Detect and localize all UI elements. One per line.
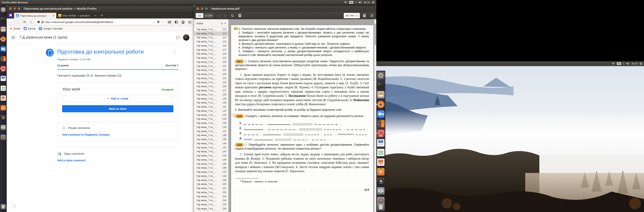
software-icon[interactable]: [0, 105, 6, 111]
new-tab-button[interactable]: +: [98, 13, 106, 19]
index-row[interactable]: Укр мова_7 кл_…128: [194, 93, 228, 97]
index-row[interactable]: Укр мова_7 кл_…115: [194, 40, 228, 44]
trash-icon[interactable]: [0, 204, 6, 209]
index-row[interactable]: Укр мова_7 кл_…143: [194, 154, 228, 158]
index-row[interactable]: Укр мова_7 кл_…125: [194, 81, 228, 85]
impress-icon[interactable]: [377, 158, 384, 166]
forward-button[interactable]: →: [15, 20, 21, 25]
index-row[interactable]: Укр мова_7 кл_…123: [194, 72, 228, 76]
tracking-shield-icon[interactable]: [37, 21, 40, 24]
index-row[interactable]: Укр мова_7 кл_…131: [194, 105, 228, 109]
account-icon[interactable]: [180, 20, 186, 25]
index-row[interactable]: Укр мова_7 кл_…149: [194, 178, 228, 182]
maximize-button[interactable]: ▫: [205, 7, 208, 10]
index-type-dropdown[interactable]: ∨: [221, 22, 223, 25]
help-button[interactable]: ?: [11, 203, 17, 209]
google-apps-grid-icon[interactable]: [176, 36, 180, 39]
keyboard-layout-indicator[interactable]: Ru: [617, 62, 621, 65]
add-private-comment-link[interactable]: Add comment to Людмила Склярук: [62, 133, 110, 136]
pdf-viewer-icon[interactable]: [377, 130, 384, 137]
index-row[interactable]: Укр мова_7 кл_…147: [194, 170, 228, 174]
tab-close-icon[interactable]: ✕: [94, 14, 96, 17]
pdf-menu-button[interactable]: [369, 13, 375, 18]
index-row[interactable]: Укр мова_7 кл_…146: [194, 166, 228, 170]
course-title[interactable]: 7-Д українська мова (1 група): [19, 35, 68, 40]
mark-as-done-button[interactable]: Mark as done: [62, 105, 174, 112]
wifi-icon[interactable]: [612, 62, 615, 65]
index-row[interactable]: Укр мова_7 кл_…117: [194, 48, 228, 52]
index-row[interactable]: Укр мова_7 кл_…121: [194, 64, 228, 68]
pdf-titlebar[interactable]: ✕ – ▫ Українська мова.pdf: [194, 6, 376, 12]
page-actions-icon[interactable]: ⋯: [153, 21, 156, 24]
calculator-icon[interactable]: [0, 56, 6, 61]
firefox-icon[interactable]: [0, 37, 6, 42]
clock[interactable]: 20:20: [631, 62, 638, 65]
impress-icon[interactable]: [0, 95, 6, 101]
index-row[interactable]: Укр мова_7 кл_…129: [194, 97, 228, 101]
index-row[interactable]: Укр мова_7 кл_…116: [194, 44, 228, 48]
keyboard-layout-indicator[interactable]: Ru: [349, 1, 354, 4]
index-row[interactable]: Укр мова_7 кл_…152: [194, 190, 228, 194]
scrollbar-thumb[interactable]: [374, 24, 376, 45]
lock-icon[interactable]: [41, 22, 44, 23]
index-row[interactable]: Укр мова_7 кл_…136: [194, 125, 228, 129]
firefox-titlebar[interactable]: ✕ – ▫ Підготовка до контрольної роботи —…: [7, 6, 194, 12]
index-row[interactable]: Укр мова_7 кл_…144: [194, 158, 228, 162]
index-row[interactable]: Укр мова_7 кл_…134: [194, 117, 228, 121]
reload-button[interactable]: ⟳: [22, 20, 28, 25]
volume-icon[interactable]: [626, 62, 630, 65]
index-row[interactable]: Укр мова_7 кл_…119: [194, 56, 228, 60]
pocket-icon[interactable]: [157, 21, 160, 24]
close-button[interactable]: ✕: [196, 7, 199, 10]
bookmark-translate[interactable]: GGoogle Translate: [39, 27, 62, 30]
ubuntu-icon[interactable]: [377, 72, 384, 79]
zoom-app-icon[interactable]: [377, 110, 384, 118]
previous-page-button[interactable]: ‹: [216, 13, 222, 18]
index-row[interactable]: Укр мова_7 кл_…155: [194, 202, 228, 207]
home-button[interactable]: ⌂: [28, 20, 34, 25]
sidebar-toggle-icon[interactable]: [174, 20, 179, 25]
index-row[interactable]: Укр мова_7 кл_…127: [194, 89, 228, 93]
index-row[interactable]: Укр мова_7 кл_…122: [194, 68, 228, 72]
disks-icon[interactable]: [0, 125, 6, 130]
menu-icon[interactable]: [187, 20, 192, 25]
software-icon[interactable]: [377, 168, 384, 175]
index-row[interactable]: Укр мова_7 кл_…138: [194, 133, 228, 138]
index-row[interactable]: Укр мова_7 кл_…133: [194, 113, 228, 117]
index-row[interactable]: Укр мова_7 кл_…140: [194, 141, 228, 146]
files-icon[interactable]: [377, 91, 384, 99]
index-row[interactable]: Укр мова_7 кл_…114: [194, 36, 228, 40]
index-row[interactable]: Укр мова_7 кл_…137: [194, 129, 228, 133]
pdf-viewer-icon[interactable]: [0, 66, 6, 71]
bluetooth-icon[interactable]: [623, 62, 624, 65]
index-row[interactable]: Укр мова_7 кл_…112: [194, 28, 228, 32]
terminal-icon[interactable]: [377, 81, 384, 89]
more-options-icon[interactable]: ⋮: [171, 49, 178, 54]
url-bar[interactable]: https://classroom.google.com/u/0/c/MzkwN…: [35, 19, 166, 25]
index-row[interactable]: Укр мова_7 кл_…142: [194, 150, 228, 154]
close-button[interactable]: ✕: [9, 7, 12, 10]
index-close-icon[interactable]: ×: [224, 22, 226, 25]
writer-icon[interactable]: [377, 139, 384, 147]
clock[interactable]: 20:20: [364, 1, 370, 4]
search-button[interactable]: [229, 13, 235, 18]
zoom-app-icon[interactable]: [0, 46, 6, 52]
library-icon[interactable]: [167, 20, 172, 25]
session-gear-icon[interactable]: [640, 62, 642, 65]
tab-close-icon[interactable]: ✕: [52, 14, 54, 17]
url-text[interactable]: https://classroom.google.com/u/0/c/MzkwN…: [45, 21, 151, 24]
index-row[interactable]: Укр мова_7 кл_…151: [194, 186, 228, 190]
firefox-icon[interactable]: [377, 101, 384, 108]
wifi-icon[interactable]: [344, 1, 347, 4]
classroom-menu-icon[interactable]: [11, 36, 15, 39]
files-icon[interactable]: [0, 27, 6, 32]
page-number-input[interactable]: 113: [196, 13, 203, 18]
index-row[interactable]: Укр мова_7 кл_…124: [194, 76, 228, 81]
session-gear-icon[interactable]: [372, 1, 375, 4]
index-row[interactable]: Укр мова_7 кл_…141: [194, 146, 228, 150]
tab-classroom[interactable]: Підготовка до контрол ✕: [14, 13, 56, 19]
index-row[interactable]: Укр мова_7 кл_…113: [194, 32, 228, 36]
index-row[interactable]: Укр мова_7 кл_…130: [194, 101, 228, 105]
bookmark-star-icon[interactable]: ☆: [161, 20, 164, 24]
amazon-icon[interactable]: [377, 178, 384, 185]
